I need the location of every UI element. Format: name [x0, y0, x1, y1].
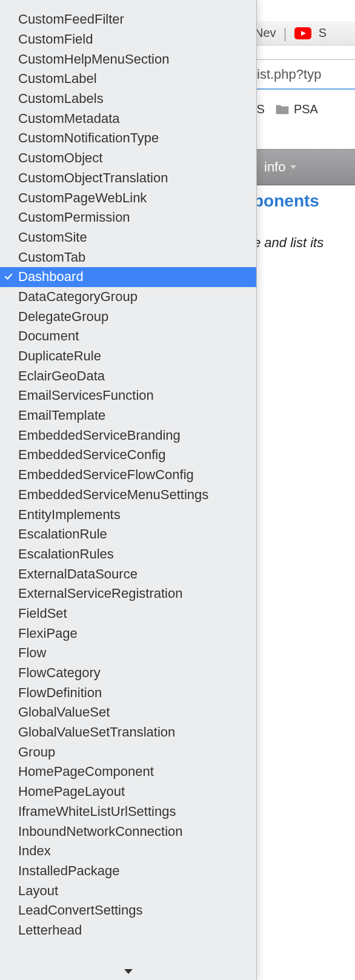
menu-item-label: Flow [18, 645, 46, 661]
check-icon [4, 272, 13, 282]
menu-item[interactable]: EmbeddedServiceMenuSettings [0, 485, 256, 505]
menu-item-label: FlowDefinition [18, 685, 102, 701]
menu-item[interactable]: ExternalServiceRegistration [0, 584, 256, 604]
menu-item-label: DataCategoryGroup [18, 289, 138, 305]
menu-item-label: CustomTab [18, 250, 85, 265]
menu-item-label: CustomObjectTranslation [18, 170, 168, 186]
youtube-icon[interactable] [294, 27, 311, 39]
menu-item-label: DelegateGroup [18, 309, 108, 325]
bookmark-folder[interactable]: PSA [276, 102, 318, 116]
menu-item[interactable]: InstalledPackage [0, 861, 256, 881]
menu-item[interactable]: EntityImplements [0, 505, 256, 525]
menu-item-label: EmbeddedServiceFlowConfig [18, 467, 194, 483]
menu-item[interactable]: CustomLabel [0, 69, 256, 89]
menu-item-label: ExternalServiceRegistration [18, 586, 182, 601]
page-description-fragment: e and list its [253, 235, 355, 251]
menu-item[interactable]: Group [0, 742, 256, 762]
menu-item-label: GlobalValueSet [18, 704, 110, 720]
menu-item-label: CustomNotificationType [18, 130, 159, 146]
menu-item[interactable]: GlobalValueSet [0, 703, 256, 723]
menu-item[interactable]: EscalationRule [0, 525, 256, 545]
menu-item[interactable]: IframeWhiteListUrlSettings [0, 802, 256, 822]
menu-item[interactable]: Dashboard [0, 267, 256, 287]
menu-item[interactable]: DataCategoryGroup [0, 287, 256, 307]
menu-item[interactable]: FlexiPage [0, 623, 256, 643]
menu-item-label: CustomObject [18, 150, 102, 166]
url-text: ist.php?typ [257, 67, 321, 82]
menu-item[interactable]: Layout [0, 881, 256, 901]
menu-item[interactable]: CustomFeedFilter [0, 10, 256, 30]
menu-item-label: InboundNetworkConnection [18, 824, 183, 839]
info-dropdown[interactable]: info [264, 159, 297, 175]
menu-item[interactable]: CustomHelpMenuSection [0, 49, 256, 69]
menu-item[interactable]: Index [0, 841, 256, 861]
menu-item-label: HomePageComponent [18, 764, 154, 780]
menu-item[interactable]: CustomObject [0, 148, 256, 168]
menu-item-label: CustomLabels [18, 91, 104, 107]
menu-item[interactable]: DuplicateRule [0, 346, 256, 366]
menu-item-label: Layout [18, 883, 58, 899]
menu-item[interactable]: Document [0, 326, 256, 346]
menu-item[interactable]: GlobalValueSetTranslation [0, 723, 256, 743]
tab-title[interactable]: Nev [254, 26, 276, 40]
menu-item[interactable]: CustomObjectTranslation [0, 168, 256, 188]
bookmark-folder-label: PSA [294, 102, 318, 116]
page-toolbar: info [253, 149, 355, 185]
menu-item[interactable]: CustomLabels [0, 89, 256, 109]
menu-item[interactable]: HomePageComponent [0, 762, 256, 782]
menu-item-label: InstalledPackage [18, 863, 120, 879]
bookmarks-bar: /S PSA [253, 96, 355, 122]
menu-item[interactable]: Flow [0, 643, 256, 663]
menu-item-label: CustomPageWebLink [18, 190, 147, 206]
menu-item-label: EscalationRule [18, 526, 107, 542]
menu-item-label: DuplicateRule [18, 348, 101, 364]
menu-item[interactable]: EscalationRules [0, 545, 256, 564]
menu-item[interactable]: EclairGeoData [0, 366, 256, 386]
menu-item[interactable]: FlowDefinition [0, 683, 256, 703]
menu-item[interactable]: CustomField [0, 30, 256, 50]
menu-item[interactable]: Letterhead [0, 921, 256, 941]
menu-item[interactable]: CustomSite [0, 228, 256, 248]
menu-item[interactable]: FieldSet [0, 604, 256, 624]
menu-item-label: Letterhead [18, 922, 82, 938]
menu-item-label: Dashboard [18, 269, 84, 285]
page-heading-fragment: ponents [253, 191, 355, 211]
menu-item[interactable]: EmbeddedServiceConfig [0, 445, 256, 465]
menu-item[interactable]: CustomMetadata [0, 108, 256, 128]
menu-item[interactable]: CustomTab [0, 247, 256, 267]
menu-item-label: EclairGeoData [18, 368, 105, 384]
menu-item-label: IframeWhiteListUrlSettings [18, 804, 176, 819]
menu-item[interactable]: EmailServicesFunction [0, 386, 256, 406]
metadata-type-dropdown[interactable]: CustomFeedFilterCustomFieldCustomHelpMen… [0, 0, 257, 980]
chevron-down-icon [289, 164, 297, 170]
menu-item-label: CustomFeedFilter [18, 12, 124, 27]
menu-item[interactable]: CustomNotificationType [0, 128, 256, 148]
menu-item[interactable]: InboundNetworkConnection [0, 821, 256, 841]
menu-item[interactable]: EmbeddedServiceFlowConfig [0, 465, 256, 485]
menu-item-label: GlobalValueSetTranslation [18, 724, 175, 740]
menu-item-label: CustomHelpMenuSection [18, 51, 169, 67]
menu-item-label: CustomPermission [18, 210, 130, 225]
menu-item-label: EmailServicesFunction [18, 388, 154, 403]
menu-item-label: Document [18, 328, 79, 344]
menu-item-label: EntityImplements [18, 507, 121, 523]
menu-item[interactable]: CustomPermission [0, 208, 256, 228]
menu-item-label: FlowCategory [18, 665, 101, 681]
menu-item-label: FieldSet [18, 606, 67, 621]
menu-item[interactable]: FlowCategory [0, 663, 256, 683]
menu-item-label: Index [18, 843, 51, 859]
menu-item[interactable]: LeadConvertSettings [0, 901, 256, 921]
menu-item-label: EmailTemplate [18, 408, 105, 423]
menu-item[interactable]: ExternalDataSource [0, 564, 256, 584]
menu-item[interactable]: EmbeddedServiceBranding [0, 425, 256, 445]
menu-item-label: ExternalDataSource [18, 566, 138, 582]
url-bar[interactable]: ist.php?typ [254, 59, 355, 90]
menu-item-label: EmbeddedServiceMenuSettings [18, 487, 208, 503]
scroll-down-indicator[interactable] [0, 968, 257, 975]
menu-item[interactable]: EmailTemplate [0, 406, 256, 426]
menu-item[interactable]: HomePageLayout [0, 782, 256, 802]
menu-item[interactable]: DelegateGroup [0, 306, 256, 326]
tab-title-after[interactable]: S [319, 26, 327, 40]
dropdown-list: CustomFeedFilterCustomFieldCustomHelpMen… [0, 0, 256, 940]
menu-item[interactable]: CustomPageWebLink [0, 188, 256, 208]
